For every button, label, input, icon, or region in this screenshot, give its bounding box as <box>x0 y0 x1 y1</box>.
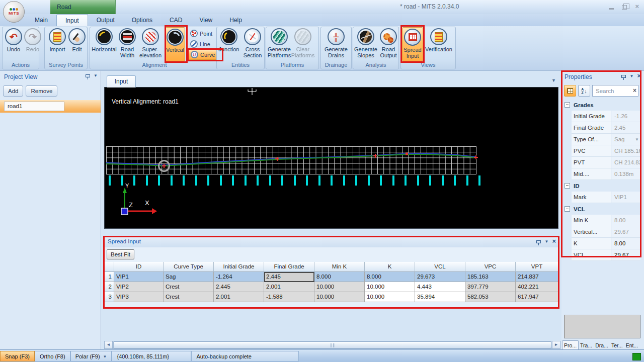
property-row-k[interactable]: K8.00 <box>564 238 640 249</box>
cell-vpt[interactable]: 617.947 <box>516 292 558 302</box>
cell-vcl[interactable]: 35.894 <box>415 292 465 302</box>
remove-button[interactable]: Remove <box>26 85 57 97</box>
restore-icon[interactable] <box>622 5 627 10</box>
spread-input-button[interactable]: Spread Input <box>402 27 423 61</box>
property-value[interactable]: 8.00 <box>611 238 640 249</box>
generate-platforms-button[interactable]: Generate Platforms <box>266 27 292 61</box>
property-row-final-grade[interactable]: Final Grade2.45 <box>564 122 640 134</box>
cell-curve-type[interactable]: Crest <box>164 282 214 292</box>
collapse-icon[interactable] <box>565 206 570 212</box>
cell-initial-grade[interactable]: 2.001 <box>214 292 264 302</box>
cell-curve-type[interactable]: Sag <box>164 272 214 282</box>
ortho-toggle[interactable]: Ortho (F8) <box>35 351 70 361</box>
property-row-pvt[interactable]: PVTCH 214.837 <box>564 157 640 168</box>
tab-view[interactable]: View <box>191 14 221 26</box>
app-logo[interactable]: MiTS <box>3 1 25 23</box>
cell-vpc[interactable]: 397.779 <box>465 282 516 292</box>
column-header-vpc[interactable]: VPC <box>465 262 516 272</box>
cell-k[interactable]: 10.000 <box>365 292 415 302</box>
cell-k[interactable]: 10.000 <box>365 282 415 292</box>
project-item-road1[interactable]: road1 <box>0 100 101 113</box>
chevron-down-icon[interactable]: ▼ <box>544 239 548 244</box>
cell-id[interactable]: VIP3 <box>114 292 164 302</box>
close-icon[interactable]: × <box>635 3 639 10</box>
generate-slopes-button[interactable]: Generate Slopes <box>354 27 378 61</box>
tab-options[interactable]: Options <box>123 14 161 26</box>
super-elevation-button[interactable]: Super-elevation <box>138 27 163 61</box>
cell-min-k[interactable]: 8.000 <box>314 272 365 282</box>
best-fit-button[interactable]: Best Fit <box>107 249 134 259</box>
road-output-button[interactable]: Road Output <box>378 27 398 61</box>
module-tab-road[interactable]: Road <box>50 0 116 14</box>
property-row-pvc[interactable]: PVCCH 185.163 <box>564 145 640 157</box>
panel-tab-tra[interactable]: Tra... <box>579 341 594 349</box>
cell-curve-type[interactable]: Crest <box>164 292 214 302</box>
cell-vcl[interactable]: 4.443 <box>415 282 465 292</box>
canvas-tab-dropdown-icon[interactable]: ▼ <box>551 78 556 83</box>
clear-search-icon[interactable]: × <box>633 87 636 94</box>
pin-icon[interactable] <box>86 74 90 77</box>
row-number[interactable]: 3 <box>104 292 114 302</box>
tab-cad[interactable]: CAD <box>161 14 191 26</box>
cell-initial-grade[interactable]: 2.445 <box>214 282 264 292</box>
close-icon[interactable]: × <box>552 239 556 244</box>
horizontal-scrollbar[interactable]: ◄ ► <box>104 341 560 349</box>
generate-drains-button[interactable]: ╬Generate Drains <box>322 27 350 61</box>
undo-button[interactable]: ↶Undo <box>5 27 23 61</box>
search-input[interactable] <box>592 85 638 97</box>
cell-min-k[interactable]: 10.000 <box>314 282 365 292</box>
property-row-mark[interactable]: MarkVIP1 <box>564 192 640 203</box>
panel-tab-ter[interactable]: Ter... <box>610 341 624 349</box>
road-width-button[interactable]: Road Width <box>116 27 138 61</box>
column-header-initial-grade[interactable]: Initial Grade <box>214 262 264 272</box>
cell-id[interactable]: VIP1 <box>114 272 164 282</box>
cell-final-grade[interactable]: 2.445 <box>264 272 314 282</box>
column-header-k[interactable]: K <box>365 262 415 272</box>
categorized-view-button[interactable] <box>564 85 576 97</box>
cell-vpc[interactable]: 185.163 <box>465 272 516 282</box>
section-id[interactable]: ID <box>564 180 640 192</box>
cell-vpt[interactable]: 214.837 <box>516 272 558 282</box>
minimize-icon[interactable] <box>609 8 614 10</box>
cell-vpc[interactable]: 582.053 <box>465 292 516 302</box>
chevron-down-icon[interactable]: ▼ <box>94 73 98 78</box>
document-tab-input[interactable]: Input <box>107 75 136 87</box>
drawing-canvas[interactable]: Vertical Alignment: road1 Z X Y <box>104 87 558 229</box>
cross-section-button[interactable]: Cross Section <box>241 27 264 61</box>
scroll-left-icon[interactable]: ◄ <box>105 341 113 348</box>
cell-min-k[interactable]: 10.000 <box>314 292 365 302</box>
chevron-down-icon[interactable]: ▼ <box>635 137 639 142</box>
panel-tab-pro[interactable]: Pro... <box>562 340 579 349</box>
column-header-curve-type[interactable]: Curve Type <box>164 262 214 272</box>
import-button[interactable]: Import <box>47 27 68 61</box>
property-value[interactable]: 29.67 <box>611 249 640 261</box>
cell-initial-grade[interactable]: -1.264 <box>214 272 264 282</box>
panel-tab-dra[interactable]: Dra... <box>594 341 610 349</box>
panel-tab-ent[interactable]: Ent... <box>624 341 640 349</box>
property-row-type-of[interactable]: Type Of...Sag▼ <box>564 134 640 145</box>
vip-markers[interactable] <box>162 154 478 168</box>
row-number[interactable]: 1 <box>104 272 114 282</box>
collapse-icon[interactable] <box>565 183 570 189</box>
tab-help[interactable]: Help <box>221 14 251 26</box>
pin-icon[interactable] <box>536 240 541 243</box>
cell-k[interactable]: 8.000 <box>365 272 415 282</box>
cell-final-grade[interactable]: -1.588 <box>264 292 314 302</box>
row-number[interactable]: 2 <box>104 282 114 292</box>
edit-button[interactable]: Edit <box>68 27 86 61</box>
scrollbar-thumb[interactable] <box>113 341 551 348</box>
close-icon[interactable]: × <box>637 73 641 78</box>
property-row-min-k[interactable]: Min K8.00 <box>564 215 640 226</box>
verification-button[interactable]: Verification <box>424 27 454 61</box>
property-row-vcl[interactable]: VCL29.67 <box>564 249 640 261</box>
collapse-icon[interactable] <box>565 102 570 108</box>
pin-icon[interactable] <box>621 75 626 78</box>
tab-main[interactable]: Main <box>26 14 56 26</box>
section-vcl[interactable]: VCL <box>564 203 640 215</box>
chevron-down-icon[interactable]: ▼ <box>629 74 633 78</box>
snap-toggle[interactable]: Snap (F3) <box>0 351 35 361</box>
cell-final-grade[interactable]: 2.001 <box>264 282 314 292</box>
section-grades[interactable]: Grades <box>564 99 640 111</box>
column-header-id[interactable]: ID <box>114 262 164 272</box>
column-header-vpt[interactable]: VPT <box>516 262 558 272</box>
